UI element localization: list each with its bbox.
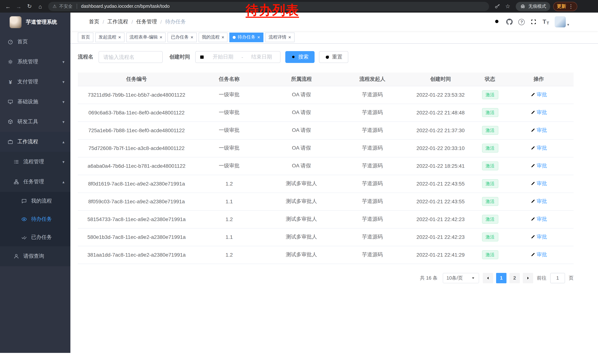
sidebar-item-workflow[interactable]: 工作流程 ▴ (0, 132, 70, 152)
approve-link[interactable]: 审批 (530, 162, 547, 169)
sidebar-item-task-management[interactable]: 任务管理 ▴ (0, 172, 70, 192)
app-title: 芋道管理系统 (26, 19, 57, 25)
date-range-picker[interactable]: 开始日期 - 结束日期 (195, 51, 281, 63)
approve-link[interactable]: 审批 (530, 234, 547, 240)
sidebar-item-infrastructure[interactable]: 基础设施 ▾ (0, 92, 70, 112)
approve-link[interactable]: 审批 (530, 91, 547, 98)
approve-link[interactable]: 审批 (530, 145, 547, 152)
status-badge: 激活 (482, 161, 498, 170)
tab[interactable]: 流程详情 × (265, 32, 294, 42)
browser-reload-icon[interactable]: ↻ (25, 1, 34, 11)
start-date-placeholder[interactable]: 开始日期 (208, 54, 238, 60)
approve-link[interactable]: 审批 (530, 251, 547, 258)
sidebar-item-devtools[interactable]: 研发工具 ▾ (0, 112, 70, 132)
tab-close-icon[interactable]: × (159, 35, 162, 40)
eye-icon (21, 216, 27, 222)
tab-close-icon[interactable]: × (222, 35, 224, 40)
tab[interactable]: 发起流程 × (95, 32, 124, 42)
todo-task-table: 任务编号 任务名称 所属流程 流程发起人 创建时间 状态 操作 73211d9d… (78, 73, 573, 264)
tab[interactable]: 流程表单-编辑 × (126, 32, 166, 42)
goto-page-input[interactable] (550, 273, 565, 283)
cell-process: OA 请假 (263, 86, 340, 104)
breadcrumb-workflow[interactable]: 工作流程 (108, 18, 128, 25)
page-button-2[interactable]: 2 (509, 273, 520, 283)
github-icon[interactable] (506, 18, 513, 25)
goto-label: 前往 (537, 275, 547, 281)
tab[interactable]: 已办任务 × (167, 32, 197, 42)
edit-icon (530, 252, 535, 257)
breadcrumb-separator: / (132, 19, 133, 25)
cell-action: 审批 (504, 228, 573, 246)
cell-created: 2022-01-22 21:48:48 (405, 104, 476, 121)
avatar[interactable] (555, 16, 566, 27)
sidebar-item-label: 研发工具 (17, 119, 38, 125)
table-row: 73211d9d-7b9b-11ec-b5b7-acde48001122 一级审… (78, 86, 573, 104)
table-row: 8f0d1619-7ac8-11ec-a9e2-a2380e71991a 1.2… (78, 175, 573, 193)
process-name-input[interactable] (99, 51, 163, 63)
sidebar-item-done-task[interactable]: 已办任务 (0, 228, 70, 246)
end-date-placeholder[interactable]: 结束日期 (247, 54, 276, 60)
cell-status: 激活 (476, 104, 504, 121)
tab-close-icon[interactable]: × (118, 35, 121, 40)
address-bar[interactable]: ⚠ 不安全 dashboard.yudao.iocoder.cn/bpm/tas… (48, 2, 489, 11)
hamburger-icon[interactable] (70, 18, 89, 25)
breadcrumb-task-management[interactable]: 任务管理 (136, 18, 157, 25)
text-size-icon[interactable]: TT (543, 18, 549, 25)
cell-process: 测试多审批人 (263, 193, 340, 210)
approve-link[interactable]: 审批 (530, 216, 547, 223)
approve-link[interactable]: 审批 (530, 109, 547, 116)
browser-forward-icon[interactable]: → (14, 1, 24, 11)
search-icon[interactable] (494, 18, 501, 25)
sidebar-item-label: 系统管理 (17, 58, 38, 65)
app-window: 芋道管理系统 首页 系统管理 ▾ ¥ 支付管理 ▾ 基础设施 ▾ (0, 13, 598, 353)
sidebar-item-system[interactable]: 系统管理 ▾ (0, 52, 70, 72)
page-size-select[interactable]: 10条/页 (443, 273, 479, 283)
gear-icon (8, 59, 13, 65)
next-page-button[interactable] (523, 273, 533, 283)
prev-page-button[interactable] (483, 273, 493, 283)
approve-link[interactable]: 审批 (530, 180, 547, 187)
sidebar-item-leave-query[interactable]: 请假查询 (0, 246, 70, 266)
reset-button[interactable]: 重置 (319, 51, 348, 63)
tab[interactable]: 首页 × (78, 32, 93, 42)
tab-close-icon[interactable]: × (257, 35, 260, 40)
browser-home-icon[interactable]: ⌂ (35, 1, 45, 11)
password-key-icon[interactable] (492, 1, 502, 11)
browser-back-icon[interactable]: ← (3, 1, 13, 11)
tab-close-icon[interactable]: × (288, 35, 291, 40)
sidebar-item-label: 工作流程 (17, 138, 38, 145)
tab[interactable]: 我的流程 × (199, 32, 228, 42)
tab[interactable]: 待办任务 × (230, 32, 263, 42)
sidebar-logo[interactable]: 芋道管理系统 (0, 13, 70, 32)
approve-link[interactable]: 审批 (530, 198, 547, 205)
cell-process: 测试多审批人 (263, 228, 340, 246)
fullscreen-icon[interactable] (530, 18, 537, 25)
bookmark-star-icon[interactable]: ☆ (503, 1, 513, 11)
sidebar-item-process-management[interactable]: 流程管理 ▾ (0, 152, 70, 172)
user-menu[interactable]: ▾ (555, 16, 569, 27)
sidebar-item-todo-task[interactable]: 待办任务 (0, 210, 70, 228)
sidebar-item-payment[interactable]: ¥ 支付管理 ▾ (0, 72, 70, 92)
security-label[interactable]: 不安全 (59, 3, 73, 9)
breadcrumb-home[interactable]: 首页 (89, 18, 99, 25)
filter-bar: 流程名 创建时间 开始日期 - 结束日期 搜索 重 (78, 51, 573, 63)
cell-created: 2022-01-22 21:37:30 (405, 121, 476, 139)
sidebar-item-home[interactable]: 首页 (0, 32, 70, 52)
table-header: 任务编号 任务名称 所属流程 流程发起人 创建时间 状态 操作 (78, 73, 573, 86)
person-icon (13, 253, 19, 259)
url-text[interactable]: dashboard.yudao.iocoder.cn/bpm/task/todo (81, 4, 170, 9)
help-icon[interactable]: ? (519, 19, 525, 25)
table-row: 725a1eb6-7b88-11ec-8ef0-acde48001122 一级审… (78, 121, 573, 139)
cell-task-name: 一级审批 (195, 157, 263, 175)
cell-action: 审批 (504, 210, 573, 228)
browser-update-button[interactable]: 更新 ⋮ (553, 2, 577, 11)
tab-close-icon[interactable]: × (191, 35, 193, 40)
sidebar-item-my-process[interactable]: 我的流程 (0, 192, 70, 210)
approve-link[interactable]: 审批 (530, 127, 547, 134)
cell-process: OA 请假 (263, 157, 340, 175)
cell-action: 审批 (504, 157, 573, 175)
main-area: 首页 / 工作流程 / 任务管理 / 待办任务 ? TT ▾ (70, 13, 598, 353)
browser-menu-icon[interactable]: ⋮ (568, 3, 573, 9)
page-button-1[interactable]: 1 (496, 273, 507, 283)
search-button[interactable]: 搜索 (285, 51, 315, 63)
